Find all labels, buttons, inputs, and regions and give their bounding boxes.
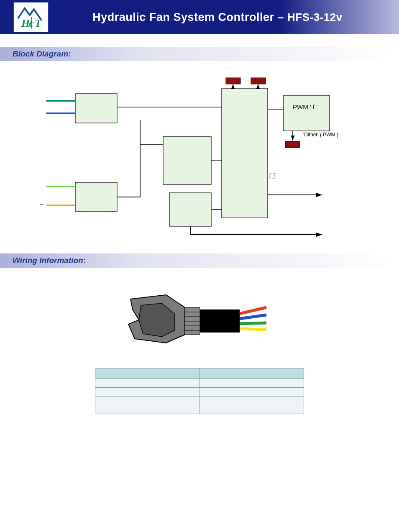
mountain-logo-icon: H c T [15, 4, 46, 30]
page-title: Hydraulic Fan System Controller – HFS-3-… [49, 11, 386, 24]
table-row [95, 379, 304, 388]
table-row [95, 388, 304, 396]
table-row [95, 396, 304, 405]
table-header-row [95, 368, 304, 379]
wire-blue-out [240, 315, 266, 319]
block-diagram: – PWM ' f ' 'Dither' ( PWM ) [0, 61, 399, 245]
table-row [95, 405, 304, 414]
connector-icon [116, 284, 283, 347]
block-input-b [75, 182, 117, 212]
output-arrow-2 [190, 226, 322, 235]
wire-yellow [240, 329, 266, 330]
hct-logo: H c T [13, 2, 49, 32]
pwm-label: PWM ' f ' [293, 103, 317, 110]
dashed-port [270, 173, 275, 178]
wiring-info-heading: Wiring Information: [13, 256, 86, 265]
led-2 [251, 78, 266, 84]
wiring-table [95, 368, 304, 414]
led-1 [226, 78, 240, 84]
wire-green-out [240, 323, 266, 324]
block-input-a [75, 94, 117, 123]
led-dither [285, 141, 300, 148]
block-diagram-heading-bar: Block Diagram: [0, 47, 399, 61]
table-header-cell [95, 368, 200, 379]
dash-label: – [40, 201, 43, 208]
wiring-info-heading-bar: Wiring Information: [0, 253, 399, 268]
block-main [222, 88, 268, 218]
dither-label: 'Dither' ( PWM ) [303, 132, 338, 138]
page-header: H c T Hydraulic Fan System Controller – … [0, 0, 399, 34]
wiring-area [0, 268, 399, 414]
block-pwm [284, 95, 330, 131]
svg-rect-14 [200, 309, 240, 332]
block-mid-bottom [169, 193, 211, 226]
block-diagram-heading: Block Diagram: [13, 49, 71, 58]
block-mid-top [163, 136, 211, 184]
table-header-cell [200, 368, 304, 379]
svg-text:T: T [35, 17, 42, 29]
